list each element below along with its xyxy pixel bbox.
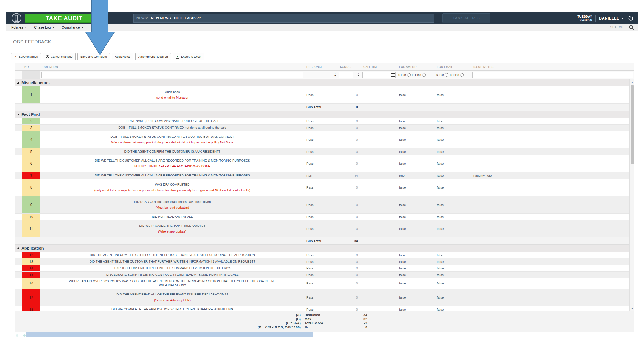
scroll-down-icon[interactable]: ▼ <box>630 306 635 311</box>
score-cell[interactable]: 0 <box>338 252 361 258</box>
for-amend-cell[interactable]: false <box>397 214 435 220</box>
call-time-cell[interactable] <box>361 196 397 213</box>
for-amend-cell[interactable]: false <box>397 265 435 271</box>
column-header-response[interactable]: RESPONSE⋮ <box>304 63 338 70</box>
response-cell[interactable]: Pass <box>304 289 338 306</box>
response-cell[interactable]: Pass <box>304 131 338 148</box>
for-email-cell[interactable]: false <box>435 86 471 103</box>
vertical-scrollbar[interactable]: ▲ ▼ <box>629 79 634 311</box>
for-amend-cell[interactable]: false <box>397 258 435 265</box>
column-menu-icon[interactable]: ⋮ <box>430 65 434 69</box>
call-time-cell[interactable] <box>361 306 397 311</box>
score-cell[interactable]: 0 <box>338 125 361 131</box>
for-email-cell[interactable]: false <box>435 306 471 311</box>
for-email-cell[interactable]: false <box>435 214 471 220</box>
response-cell[interactable]: Pass <box>304 272 338 278</box>
response-cell[interactable]: Pass <box>304 155 338 172</box>
issue-notes-cell[interactable] <box>471 272 634 278</box>
for-email-cell[interactable]: false <box>435 289 471 306</box>
spinner-up-icon[interactable]: ▲ <box>334 73 336 75</box>
for-amend-cell[interactable]: false <box>397 155 435 172</box>
score-cell[interactable]: 34 <box>338 172 361 179</box>
for-email-cell[interactable]: false <box>435 272 471 278</box>
call-time-cell[interactable] <box>361 289 397 306</box>
score-cell[interactable]: 0 <box>338 289 361 306</box>
spinner-down-icon[interactable]: ▼ <box>358 75 359 77</box>
response-cell[interactable]: Pass <box>304 265 338 271</box>
question-filter-input[interactable] <box>41 72 303 78</box>
column-header-score[interactable]: SCOR...⋮ <box>338 63 361 70</box>
for-email-cell[interactable]: false <box>435 131 471 148</box>
issue-notes-cell[interactable] <box>471 278 634 289</box>
score-cell[interactable]: 0 <box>338 265 361 271</box>
menu-compliance[interactable]: Compliance <box>62 26 84 29</box>
column-header-for-amend[interactable]: FOR AMEND⋮ <box>397 63 435 70</box>
call-time-cell[interactable] <box>361 125 397 131</box>
for-amend-cell[interactable]: false <box>397 289 435 306</box>
calendar-icon[interactable] <box>391 73 395 77</box>
amendment-required-button[interactable]: Amendment Required <box>135 53 171 60</box>
scroll-up-icon[interactable]: ▲ <box>630 80 635 84</box>
for-amend-cell[interactable]: false <box>397 148 435 155</box>
save-changes-button[interactable]: ✓ Save changes <box>11 53 41 60</box>
for-amend-cell[interactable]: true <box>397 172 435 179</box>
issue-notes-cell[interactable] <box>471 214 634 220</box>
column-menu-icon[interactable]: ⋮ <box>392 65 396 69</box>
section-collapse-icon[interactable] <box>17 113 19 115</box>
score-cell[interactable]: 0 <box>338 214 361 220</box>
call-time-cell[interactable] <box>361 179 397 196</box>
response-cell[interactable]: Pass <box>304 86 338 103</box>
section-collapse-icon[interactable] <box>17 247 19 249</box>
issue-notes-cell[interactable] <box>471 179 634 196</box>
issue-notes-cell[interactable] <box>471 258 634 265</box>
score-filter-spinner[interactable]: ▲▼ <box>358 73 360 77</box>
power-icon[interactable] <box>628 15 634 21</box>
for-amend-cell[interactable]: false <box>397 86 435 103</box>
response-cell[interactable]: Pass <box>304 125 338 131</box>
column-menu-icon[interactable]: ⋮ <box>333 65 337 69</box>
score-cell[interactable]: 0 <box>338 258 361 265</box>
for-email-cell[interactable]: false <box>435 179 471 196</box>
issue-notes-cell[interactable] <box>471 118 634 124</box>
for-amend-cell[interactable]: false <box>397 131 435 148</box>
for-amend-cell[interactable]: false <box>397 125 435 131</box>
for-amend-cell[interactable]: false <box>397 196 435 213</box>
menu-chase-log[interactable]: Chase Log <box>34 26 54 29</box>
score-cell[interactable]: 0 <box>338 196 361 213</box>
call-time-filter-input[interactable] <box>362 72 396 78</box>
section-header-row[interactable]: Application <box>15 245 634 252</box>
call-time-cell[interactable] <box>361 265 397 271</box>
score-filter-input[interactable] <box>339 72 353 78</box>
issue-notes-cell[interactable] <box>471 86 634 103</box>
call-time-cell[interactable] <box>361 278 397 289</box>
call-time-cell[interactable] <box>361 252 397 258</box>
for-amend-cell[interactable]: false <box>397 278 435 289</box>
for-email-cell[interactable]: false <box>435 155 471 172</box>
call-time-cell[interactable] <box>361 86 397 103</box>
response-cell[interactable]: Pass <box>304 214 338 220</box>
column-menu-icon[interactable]: ⋮ <box>300 65 303 69</box>
issue-notes-cell[interactable] <box>471 306 634 311</box>
for-email-cell[interactable]: false <box>435 118 471 124</box>
response-cell[interactable]: Pass <box>304 118 338 124</box>
for-amend-cell[interactable]: false <box>397 220 435 237</box>
column-header-call-time[interactable]: CALL TIME⋮ <box>361 63 397 70</box>
issue-notes-filter-input[interactable] <box>472 72 633 78</box>
score-cell[interactable]: 0 <box>338 220 361 237</box>
column-menu-icon[interactable]: ⋮ <box>467 65 470 69</box>
spinner-up-icon[interactable]: ▲ <box>358 73 359 75</box>
issue-notes-cell[interactable] <box>471 125 634 131</box>
call-time-cell[interactable] <box>361 148 397 155</box>
response-cell[interactable]: Fail <box>304 172 338 179</box>
call-time-cell[interactable] <box>361 155 397 172</box>
call-time-cell[interactable] <box>361 131 397 148</box>
call-time-cell[interactable] <box>361 258 397 265</box>
issue-notes-cell[interactable] <box>471 131 634 148</box>
for-email-cell[interactable]: false <box>435 252 471 258</box>
for-email-cell[interactable]: false <box>435 278 471 289</box>
call-time-cell[interactable] <box>361 118 397 124</box>
for-amend-cell[interactable]: false <box>397 272 435 278</box>
issue-notes-cell[interactable] <box>471 220 634 237</box>
issue-notes-cell[interactable] <box>471 289 634 306</box>
for-email-cell[interactable]: false <box>435 172 471 179</box>
